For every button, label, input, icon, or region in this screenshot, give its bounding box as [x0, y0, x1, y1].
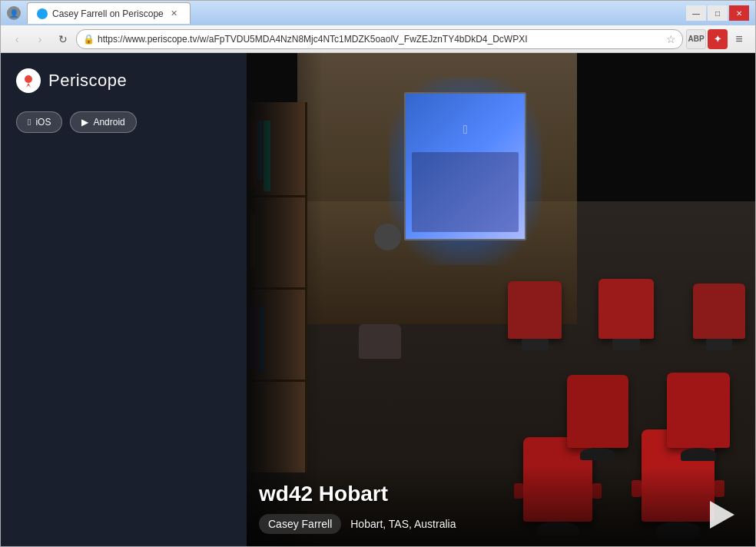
video-background:  — [247, 53, 755, 546]
apple-icon:  — [28, 117, 31, 128]
browser-menu-button[interactable]: ≡ — [729, 29, 749, 49]
broadcast-meta: Casey Farrell Hobart, TAS, Australia — [259, 514, 743, 534]
tab-favicon — [37, 8, 48, 19]
url-text: https://www.periscope.tv/w/aFpTVDU5MDA4N… — [98, 34, 663, 45]
chair-mid-stem-2 — [681, 448, 716, 461]
ios-button[interactable]:  iOS — [16, 111, 62, 133]
android-label: Android — [93, 117, 124, 128]
tab-title: Casey Farrell on Periscope — [52, 8, 164, 19]
play-button[interactable] — [701, 496, 740, 534]
broadcast-title: wd42 Hobart — [259, 482, 743, 506]
close-button[interactable]: ✕ — [729, 5, 749, 21]
chair-back-2 — [598, 279, 654, 339]
chair-base-1 — [522, 339, 549, 350]
svg-point-0 — [25, 75, 32, 83]
forward-button[interactable]: › — [30, 29, 50, 49]
app-buttons:  iOS ▶ Android — [16, 111, 231, 133]
android-button[interactable]: ▶ Android — [70, 111, 136, 133]
video-area:  — [247, 53, 755, 546]
sidebar: Periscope  iOS ▶ Android — [1, 53, 247, 546]
play-icon — [710, 501, 734, 529]
periscope-name: Periscope — [48, 71, 127, 91]
broadcaster-tag[interactable]: Casey Farrell — [259, 514, 341, 534]
screen-content — [412, 152, 519, 232]
video-overlay: wd42 Hobart Casey Farrell Hobart, TAS, A… — [247, 466, 755, 546]
refresh-button[interactable]: ↻ — [53, 29, 73, 49]
nav-bar: ‹ › ↻ 🔒 https://www.periscope.tv/w/aFpTV… — [1, 25, 755, 53]
broadcast-location: Hobart, TAS, Australia — [350, 518, 456, 530]
back-button[interactable]: ‹ — [7, 29, 27, 49]
extension-red-button[interactable]: ✦ — [708, 29, 728, 49]
lock-icon: 🔒 — [83, 34, 94, 45]
bookmark-icon[interactable]: ☆ — [666, 33, 676, 45]
chair-back-1 — [508, 281, 562, 339]
person-body — [359, 324, 401, 359]
person-head — [374, 224, 401, 250]
page-content: Periscope  iOS ▶ Android — [1, 53, 755, 546]
chair-base-3 — [706, 339, 732, 350]
ios-label: iOS — [35, 117, 51, 128]
video-scene:  — [247, 53, 755, 546]
chair-mid-1 — [567, 375, 628, 448]
window-controls: — □ ✕ — [686, 5, 749, 21]
chair-base-2 — [612, 339, 640, 350]
maximize-button[interactable]: □ — [708, 5, 728, 21]
chair-mid-2 — [667, 373, 730, 448]
extension-buttons: ABP ✦ ≡ — [686, 29, 749, 49]
adblock-button[interactable]: ABP — [686, 29, 706, 49]
minimize-button[interactable]: — — [686, 5, 706, 21]
title-bar: 👤 Casey Farrell on Periscope ✕ — □ ✕ — [1, 1, 755, 25]
screen-display:  — [404, 92, 526, 240]
address-bar[interactable]: 🔒 https://www.periscope.tv/w/aFpTVDU5MDA… — [76, 29, 683, 49]
user-icon: 👤 — [7, 6, 21, 20]
browser-tab[interactable]: Casey Farrell on Periscope ✕ — [27, 2, 191, 24]
periscope-logo: Periscope — [16, 68, 231, 93]
chair-back-3 — [693, 283, 745, 339]
android-icon: ▶ — [81, 117, 88, 128]
browser-window: 👤 Casey Farrell on Periscope ✕ — □ ✕ ‹ ›… — [0, 0, 756, 547]
periscope-icon — [16, 68, 41, 93]
apple-logo:  — [463, 123, 468, 137]
tab-close-button[interactable]: ✕ — [168, 8, 181, 20]
chair-mid-stem-1 — [580, 448, 615, 460]
